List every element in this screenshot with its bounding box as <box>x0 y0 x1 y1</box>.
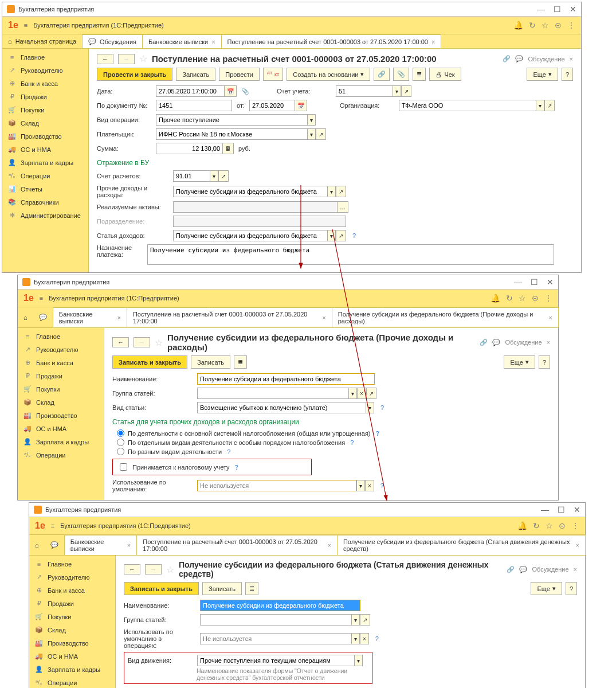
asset-input[interactable] <box>173 201 337 213</box>
sidebar-item[interactable]: 🚚ОС и НМА <box>29 650 115 663</box>
star-icon[interactable]: ☆ <box>546 521 553 530</box>
dropdown-icon[interactable]: ▾ <box>327 230 336 241</box>
tab-receipt[interactable]: Поступление на расчетный счет 0001-00000… <box>221 34 442 48</box>
sidebar-item[interactable]: ᵃ/ₓОперации <box>18 448 104 462</box>
close-icon[interactable]: ✕ <box>570 5 576 14</box>
accset-input[interactable] <box>173 170 210 182</box>
more-button[interactable]: Еще ▾ <box>527 68 558 81</box>
nav-fwd-icon[interactable]: → <box>134 337 150 347</box>
sidebar-item[interactable]: ᵃ/ₓОперации <box>2 169 88 182</box>
dropdown-icon[interactable]: ▾ <box>307 128 316 140</box>
default-input[interactable] <box>197 480 356 491</box>
name-input[interactable]: Получение субсидии из федерального бюдже… <box>201 600 360 611</box>
bell-icon[interactable]: 🔔 <box>513 21 523 30</box>
star-icon[interactable]: ☆ <box>166 564 174 575</box>
sidebar-item[interactable]: ⊕Банк и касса <box>2 77 88 90</box>
nav-back-icon[interactable]: ← <box>97 54 113 64</box>
list-icon[interactable]: ≣ <box>413 68 426 81</box>
nav-fwd-icon[interactable]: → <box>118 54 135 64</box>
dropdown-icon[interactable]: ▾ <box>307 114 316 126</box>
maximize-icon[interactable]: ☐ <box>558 505 565 514</box>
cheque-button[interactable]: 🖨 Чек <box>429 68 461 81</box>
tab-discuss[interactable]: 💬 <box>33 307 53 327</box>
sidebar-item[interactable]: 👤Зарплата и кадры <box>2 156 88 169</box>
move-input[interactable] <box>197 655 354 666</box>
bell-icon[interactable]: 🔔 <box>517 521 527 530</box>
list-icon[interactable]: ≣ <box>234 355 247 369</box>
open-icon[interactable]: ↗ <box>336 230 346 241</box>
save-button[interactable]: Записать <box>176 68 215 81</box>
history-icon[interactable]: ↻ <box>529 21 536 30</box>
dots-icon[interactable]: … <box>337 201 348 213</box>
other-input[interactable] <box>173 186 327 197</box>
help-button[interactable]: ? <box>539 355 550 369</box>
calendar-icon[interactable]: 📅 <box>295 100 307 111</box>
related-icon[interactable]: 🔗 <box>374 68 390 81</box>
close-tab-icon[interactable]: × <box>211 38 215 45</box>
star-icon[interactable]: ☆ <box>139 53 147 64</box>
tab-receipt[interactable]: Поступление на расчетный счет 0001-00000… <box>127 307 332 327</box>
sidebar-item[interactable]: 🏭Производство <box>18 409 104 422</box>
org-input[interactable] <box>399 100 536 111</box>
menu-icon[interactable]: ≡ <box>24 22 28 29</box>
dept-input[interactable] <box>173 216 346 227</box>
tab-subsidy[interactable]: Получение субсидии из федерального бюдже… <box>332 307 559 327</box>
dt-kt-icon[interactable]: ᴬᵀкт <box>263 68 283 81</box>
open-icon[interactable]: ↗ <box>316 128 326 140</box>
dropdown-icon[interactable]: ▾ <box>210 170 218 182</box>
open-icon[interactable]: ↗ <box>336 186 346 197</box>
sidebar-item[interactable]: ⊕Банк и касса <box>18 356 104 369</box>
close-tab-icon[interactable]: × <box>431 38 435 45</box>
tab-bank[interactable]: Банковские выписки× <box>142 34 222 48</box>
sidebar-item[interactable]: 🏭Производство <box>2 130 88 143</box>
dropdown-icon[interactable]: ▾ <box>327 186 336 197</box>
calendar-icon[interactable]: 📅 <box>224 85 237 97</box>
more-icon[interactable]: ⋮ <box>544 294 552 303</box>
radio-main[interactable] <box>117 429 124 437</box>
income-input[interactable] <box>173 230 327 241</box>
execute-button[interactable]: Провести <box>219 68 260 81</box>
settings-icon[interactable]: ⊝ <box>555 21 562 30</box>
nav-back-icon[interactable]: ← <box>124 564 140 574</box>
sidebar-item[interactable]: ≡Главное <box>29 558 115 570</box>
radio-special[interactable] <box>117 439 124 446</box>
history-icon[interactable]: ↻ <box>506 294 513 303</box>
help-icon[interactable]: ? <box>380 404 384 411</box>
post-close-button[interactable]: Провести и закрыть <box>97 68 172 81</box>
more-icon[interactable]: ⋮ <box>571 521 579 530</box>
write-button[interactable]: Записать <box>191 355 230 369</box>
write-button[interactable]: Записать <box>202 582 242 595</box>
settings-icon[interactable]: ⊝ <box>532 294 539 303</box>
help-icon[interactable]: ? <box>235 464 238 471</box>
help-button[interactable]: ? <box>562 68 573 81</box>
tax-checkbox[interactable] <box>120 463 127 471</box>
sidebar-item[interactable]: ↗Руководителю <box>2 64 88 77</box>
discuss-icon[interactable]: 💬 <box>515 55 523 62</box>
name-input[interactable] <box>197 373 375 385</box>
docnum-input[interactable] <box>156 100 232 111</box>
create-based-button[interactable]: Создать на основании ▾ <box>287 68 370 81</box>
help-icon[interactable]: ? <box>352 232 356 239</box>
sidebar-item[interactable]: 🛒Покупки <box>29 610 115 623</box>
discuss-label[interactable]: Обсуждение <box>505 339 542 346</box>
more-icon[interactable]: ⋮ <box>567 21 575 30</box>
minimize-icon[interactable]: — <box>537 5 545 14</box>
discuss-icon[interactable]: 💬 <box>492 339 500 346</box>
sidebar-item[interactable]: 📚Справочники <box>2 196 88 209</box>
sidebar-item[interactable]: ≡Главное <box>18 330 104 343</box>
settings-icon[interactable]: ⊝ <box>559 521 566 530</box>
help-icon[interactable]: ? <box>380 482 384 489</box>
close-icon[interactable]: × <box>547 339 550 346</box>
sidebar-item[interactable]: 📦Склад <box>29 623 115 636</box>
close-icon[interactable]: × <box>570 56 573 62</box>
tab-discussions[interactable]: 💬 Обсуждения <box>82 34 143 48</box>
sidebar-item[interactable]: 🛒Покупки <box>2 103 88 116</box>
link-icon[interactable]: 📎 <box>241 88 249 95</box>
date-input[interactable] <box>156 85 224 97</box>
bell-icon[interactable]: 🔔 <box>491 294 500 303</box>
discuss-label[interactable]: Обсуждение <box>528 56 564 62</box>
open-icon[interactable]: ↗ <box>544 100 555 111</box>
tab-home[interactable]: ⌂ Начальная страница <box>2 34 83 48</box>
sidebar-item[interactable]: 🛒Покупки <box>18 382 104 396</box>
sidebar-item[interactable]: 📦Склад <box>18 396 104 409</box>
